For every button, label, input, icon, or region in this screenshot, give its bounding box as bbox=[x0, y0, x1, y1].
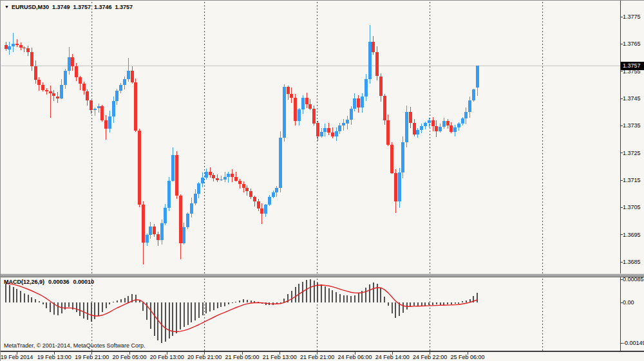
price-axis-label: 1.3735 bbox=[623, 122, 641, 129]
time-axis-label: 21 Feb 21:00 bbox=[300, 354, 334, 360]
time-axis-label: 20 Feb 05:00 bbox=[112, 354, 146, 360]
price-axis-label: 1.3705 bbox=[623, 204, 641, 210]
panel-splitter[interactable] bbox=[1, 273, 644, 277]
indicator-macd-value: 0.00036 bbox=[48, 279, 70, 285]
time-axis-label: 21 Feb 13:00 bbox=[263, 354, 297, 360]
price-axis-label: 1.3755 bbox=[623, 68, 641, 75]
time-axis-label: 21 Feb 05:00 bbox=[225, 354, 259, 360]
chart-window: ▼EURUSD,M301.37491.37571.37461.3757 MACD… bbox=[0, 0, 644, 361]
time-axis-label: 25 Feb 06:00 bbox=[450, 354, 484, 360]
symbol-period-label: EURUSD,M30 bbox=[12, 4, 49, 10]
candle-wicks bbox=[6, 25, 477, 265]
price-axis-label: 1.3695 bbox=[623, 232, 641, 238]
indicator-signal-value: 0.00010 bbox=[73, 279, 95, 285]
indicator-axis-label: 0.00 bbox=[623, 299, 634, 306]
time-axis-label: 24 Feb 22:00 bbox=[413, 354, 447, 360]
indicator-axis-label: -0.00149 bbox=[623, 340, 644, 346]
time-axis-label: 24 Feb 14:00 bbox=[375, 354, 410, 360]
candle-bodies bbox=[5, 42, 479, 243]
high-value: 1.3757 bbox=[73, 4, 91, 10]
time-axis-label: 19 Feb 21:00 bbox=[75, 354, 109, 360]
indicator-name: MACD(12,26,9) bbox=[4, 279, 44, 285]
price-axis-label: 1.3685 bbox=[623, 259, 641, 265]
copyright-text: MetaTrader, © 2001-2014, MetaQuotes Soft… bbox=[4, 342, 145, 349]
axis-ticks bbox=[17, 17, 623, 355]
price-axis-label: 1.3775 bbox=[623, 14, 641, 20]
price-axis-label: 1.3715 bbox=[623, 177, 641, 183]
chart-title: ▼EURUSD,M301.37491.37571.37461.3757 bbox=[5, 4, 136, 10]
close-value: 1.3757 bbox=[115, 4, 133, 10]
macd-histogram bbox=[5, 279, 478, 343]
time-axis-label: 19 Feb 2014 bbox=[1, 354, 33, 360]
chart-canvas[interactable] bbox=[1, 1, 644, 361]
indicator-label: MACD(12,26,9)0.000360.00010 bbox=[4, 279, 98, 285]
time-axis-label: 20 Feb 21:00 bbox=[187, 354, 222, 360]
symbol-dropdown-icon: ▼ bbox=[5, 5, 9, 9]
time-axis-label: 24 Feb 06:00 bbox=[337, 354, 372, 360]
time-axis-label: 20 Feb 13:00 bbox=[150, 354, 184, 360]
price-axis-label: 1.3745 bbox=[623, 95, 641, 102]
price-axis-label: 1.3725 bbox=[623, 150, 641, 156]
low-value: 1.3746 bbox=[94, 4, 112, 10]
price-axis-label: 1.3765 bbox=[623, 41, 641, 47]
time-axis-label: 19 Feb 13:00 bbox=[37, 354, 71, 360]
open-value: 1.3749 bbox=[52, 4, 70, 10]
indicator-axis-label: 0.00085 bbox=[623, 276, 644, 282]
